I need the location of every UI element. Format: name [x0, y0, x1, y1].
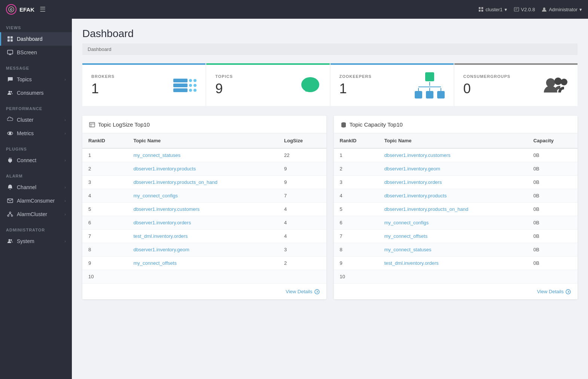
capacity-row: 7 my_connect_offsets 0B — [334, 230, 578, 243]
cluster-selector[interactable]: cluster1 ▾ — [478, 7, 507, 12]
app-name: EFAK — [19, 6, 34, 13]
svg-rect-13 — [10, 39, 13, 42]
svg-point-20 — [9, 133, 11, 134]
breadcrumb: Dashboard — [82, 43, 578, 55]
svg-rect-5 — [481, 10, 483, 12]
svg-point-29 — [9, 239, 10, 241]
logsize-row: 1 my_connect_statuses 22 — [82, 148, 326, 162]
capacity-row: 9 test_dml.inventory.orders 0B — [334, 257, 578, 270]
capacity-row: 5 dbserver1.inventory.products_on_hand 0… — [334, 203, 578, 216]
svg-point-35 — [561, 79, 567, 85]
brokers-label: BROKERS — [91, 74, 115, 79]
svg-point-41 — [566, 289, 570, 294]
capacity-table-footer: View Details — [334, 283, 578, 299]
sidebar-item-alarmcluster[interactable]: AlarmCluster › — [0, 207, 72, 221]
sidebar-item-bscreen[interactable]: BScreen — [0, 46, 72, 59]
consumergroups-value: 0 — [463, 81, 511, 97]
capacity-row: 1 dbserver1.inventory.customers 0B — [334, 148, 578, 162]
svg-rect-11 — [10, 36, 13, 39]
comment-icon — [7, 76, 13, 82]
svg-point-25 — [7, 215, 9, 216]
topics-icon — [300, 76, 321, 95]
main-content: Dashboard Dashboard BROKERS 1 — [72, 19, 588, 379]
svg-point-34 — [554, 78, 562, 85]
topnav-left: © EFAK ☰ — [6, 4, 46, 15]
user-menu[interactable]: Administrator ▾ — [542, 7, 582, 12]
bell-icon — [7, 184, 13, 190]
capacity-row: 3 dbserver1.inventory.orders 0B — [334, 176, 578, 189]
table-icon — [89, 121, 95, 128]
logsize-row: 5 dbserver1.inventory.customers 4 — [82, 203, 326, 216]
sidebar-item-metrics[interactable]: Metrics › — [0, 127, 72, 140]
capacity-table-icon — [341, 121, 347, 128]
logsize-view-details[interactable]: View Details — [286, 289, 319, 294]
topics-label: TOPICS — [215, 74, 233, 79]
sidebar-item-connect[interactable]: Connect › — [0, 154, 72, 167]
consumers-icon — [7, 90, 13, 96]
logsize-col-size: LogSize — [278, 133, 326, 148]
logo-circle: © — [6, 4, 16, 15]
sidebar-item-consumers[interactable]: Consumers — [0, 86, 72, 100]
capacity-col-rank: RankID — [334, 133, 378, 148]
stat-card-topics: TOPICS 9 — [206, 63, 329, 106]
svg-point-18 — [10, 91, 12, 93]
topics-value: 9 — [215, 81, 233, 97]
hamburger-button[interactable]: ☰ — [40, 5, 46, 13]
connect-chevron: › — [64, 158, 66, 163]
svg-point-30 — [10, 239, 12, 241]
svg-rect-4 — [479, 10, 481, 12]
stat-card-consumergroups: CONSUMERGROUPS 0 — [454, 63, 578, 106]
capacity-row: 10 — [334, 270, 578, 284]
sidebar-item-topics[interactable]: Topics › — [0, 73, 72, 86]
logsize-row: 4 my_connect_configs 7 — [82, 189, 326, 203]
sidebar-item-system[interactable]: System › — [0, 234, 72, 248]
sidebar-section-message: MESSAGE — [0, 59, 72, 73]
sidebar-item-dashboard[interactable]: Dashboard — [0, 32, 72, 46]
tables-row: Topic LogSize Top10 RankID Topic Name Lo… — [82, 116, 578, 299]
eye-icon — [7, 130, 13, 136]
logsize-table: RankID Topic Name LogSize 1 my_connect_s… — [82, 133, 326, 283]
capacity-row: 8 my_connect_statuses 0B — [334, 243, 578, 257]
capacity-view-details[interactable]: View Details — [537, 289, 571, 294]
sidebar-item-channel[interactable]: Channel › — [0, 181, 72, 194]
svg-point-31 — [301, 77, 319, 92]
brokers-value: 1 — [91, 81, 115, 97]
sidebar-item-cluster[interactable]: Cluster › — [0, 113, 72, 127]
svg-point-39 — [315, 289, 319, 294]
capacity-table-header: Topic Capacity Top10 — [334, 116, 578, 133]
svg-point-17 — [9, 91, 10, 93]
zookeeper-icon — [415, 72, 445, 98]
capacity-row: 2 dbserver1.inventory.geom 0B — [334, 162, 578, 176]
svg-rect-36 — [89, 122, 95, 127]
svg-rect-12 — [7, 39, 10, 42]
alarmconsumer-chevron: › — [64, 198, 66, 203]
sidebar-item-alarmconsumer[interactable]: AlarmConsumer › — [0, 194, 72, 207]
svg-rect-2 — [479, 7, 481, 9]
layout: VIEWS Dashboard BScreen MESSAGE Topics › — [0, 19, 588, 379]
capacity-table-card: Topic Capacity Top10 RankID Topic Name C… — [334, 116, 578, 299]
svg-rect-10 — [7, 36, 10, 39]
stat-cards: BROKERS 1 — [82, 63, 578, 106]
consumergroups-label: CONSUMERGROUPS — [463, 74, 511, 79]
version-badge: V2.0.8 — [514, 7, 535, 12]
stat-card-brokers: BROKERS 1 — [82, 63, 205, 106]
capacity-col-name: Topic Name — [378, 133, 527, 148]
logsize-row: 3 dbserver1.inventory.products_on_hand 9 — [82, 176, 326, 189]
logsize-table-title: Topic LogSize Top10 — [98, 121, 150, 128]
zookeepers-label: ZOOKEEPERS — [339, 74, 372, 79]
sidebar: VIEWS Dashboard BScreen MESSAGE Topics › — [0, 19, 72, 379]
sidebar-section-performance: PERFORMANCE — [0, 100, 72, 113]
capacity-row: 4 dbserver1.inventory.products 0B — [334, 189, 578, 203]
mail-icon — [7, 198, 13, 204]
logsize-row: 9 my_connect_offsets 2 — [82, 257, 326, 270]
capacity-col-capacity: Capacity — [527, 133, 578, 148]
svg-line-28 — [10, 213, 12, 215]
svg-point-24 — [9, 212, 11, 213]
topics-chevron: › — [64, 77, 66, 82]
svg-rect-21 — [9, 158, 10, 159]
app-logo: © EFAK — [6, 4, 34, 15]
logsize-row: 8 dbserver1.inventory.geom 3 — [82, 243, 326, 257]
alarmcluster-icon — [7, 211, 13, 217]
sidebar-section-administrator: ADMINISTRATOR — [0, 221, 72, 234]
capacity-table-title: Topic Capacity Top10 — [350, 121, 403, 128]
